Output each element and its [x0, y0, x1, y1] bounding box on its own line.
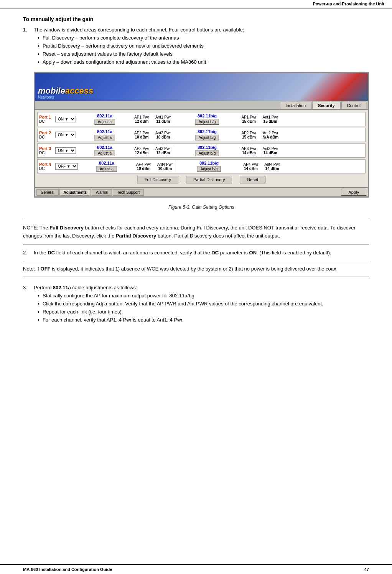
page-header: Power-up and Provisioning the Unit	[0, 0, 392, 8]
port-1-dc: DC	[39, 119, 54, 124]
port-4-label: Port 4	[39, 162, 54, 167]
bullet-item-1: Full Discovery – performs complete disco…	[38, 35, 369, 41]
step-3-content: Perform 802.11a cable adjustments as fol…	[34, 285, 369, 325]
step2-on: ON	[249, 250, 257, 256]
port-row-4: Port 4 DC OFF ▼ 802.11a Adjust a	[37, 159, 366, 173]
port-3-ant-pwr-bg: Ant3 Pwr 14 dBm	[262, 147, 278, 155]
bullet-3-text: Reset – sets adjustment values to the fa…	[43, 51, 173, 57]
divider-4	[176, 161, 176, 172]
port-1-11a-section: 802.11a Adjust a	[80, 114, 130, 125]
port-1-ap-pwr: AP1 Pwr 12 dBm	[134, 115, 149, 124]
bullet-list: Full Discovery – performs complete disco…	[34, 35, 369, 65]
step3-bullet-1: Statically configure the AP for maximum …	[38, 293, 369, 299]
bullet-4-text: Apply – downloads configuration and adju…	[43, 59, 206, 65]
port-3-dc: DC	[39, 151, 54, 155]
port-2-adjust-bg[interactable]: Adjust b/g	[195, 135, 219, 140]
port-1-ant-pwr: Ant1 Pwr 11 dBm	[155, 115, 171, 124]
logo: mobileaccess Networks	[38, 86, 93, 99]
port-2-bg-section: 802.11b/g Adjust b/g	[177, 129, 237, 140]
port-3-pwr-section-bg: AP3 Pwr 14 dBm Ant3 Pwr 14 dBm	[241, 147, 278, 155]
ui-banner: mobileaccess Networks	[35, 73, 368, 101]
bullet-item-4: Apply – downloads configuration and adju…	[38, 59, 369, 65]
footer-tab-alarms[interactable]: Alarms	[92, 189, 112, 196]
divider-1	[174, 114, 174, 125]
footer-left: MA-860 Installation and Configuration Gu…	[23, 567, 112, 572]
apply-button[interactable]: Apply	[341, 189, 366, 196]
port-4-adjust-a[interactable]: Adjust a	[96, 166, 117, 172]
full-discovery-button[interactable]: Full Discovery	[137, 176, 178, 183]
port-3-11a-section: 802.11a Adjust a	[80, 145, 130, 156]
port-4-pwr-section-bg: AP4 Pwr 14 dBm Ant4 Pwr 14 dBm	[243, 162, 280, 171]
bullet-2-text: Partial Discovery – performs discovery o…	[43, 43, 204, 49]
step-3-bullets: Statically configure the AP for maximum …	[34, 293, 369, 323]
port-1-proto-a: 802.11a	[97, 114, 112, 118]
divider-3	[174, 145, 174, 156]
port-2-ap-pwr-bg: AP2 Pwr 15 dBm	[241, 131, 256, 139]
step-3-num: 3.	[23, 285, 34, 325]
divider-2	[174, 129, 174, 140]
step3-bullet-2: Click the corresponding Adj a button. Ve…	[38, 301, 369, 307]
port-1-pwr-section-a: AP1 Pwr 12 dBm Ant1 Pwr 11 dBm	[134, 115, 171, 124]
port-1-ant-pwr-bg: Ant1 Pwr 15 dBm	[262, 115, 278, 124]
figure-caption: Figure 5-3. Gain Setting Options	[34, 205, 369, 210]
port-row-3: Port 3 DC ON ▼ 802.11a Adjust a	[37, 144, 366, 158]
port-2-state[interactable]: ON ▼	[55, 132, 76, 138]
port-4-proto-a: 802.11a	[99, 161, 114, 165]
partial-discovery-button[interactable]: Partial Discovery	[186, 176, 232, 183]
footer-tab-general[interactable]: General	[36, 189, 59, 196]
port-2-ant-pwr-bg: Ant2 Pwr N/A dBm	[262, 131, 278, 139]
port-3-bg-section: 802.11b/g Adjust b/g	[177, 145, 237, 156]
port-3-pwr-section-a: AP3 Pwr 12 dBm Ant3 Pwr 12 dBm	[134, 147, 171, 155]
port-2-11a-section: 802.11a Adjust a	[80, 129, 130, 140]
footer-tab-adjustments[interactable]: Adjustments	[59, 189, 91, 196]
step-1-num: 1.	[23, 27, 34, 214]
port-1-adjust-bg[interactable]: Adjust b/g	[195, 119, 219, 125]
tab-installation[interactable]: Installation	[280, 102, 312, 109]
step3-proto: 802.11a	[53, 285, 71, 290]
port-3-adjust-bg[interactable]: Adjust b/g	[195, 150, 219, 156]
header-title: Power-up and Provisioning the Unit	[313, 2, 384, 6]
figure-container: mobileaccess Networks Installation Secur…	[34, 72, 369, 198]
port-3-ap-pwr-bg: AP3 Pwr 14 dBm	[241, 147, 256, 155]
port-3-adjust-a[interactable]: Adjust a	[94, 150, 115, 156]
port-4-dc: DC	[39, 167, 54, 171]
reset-button[interactable]: Reset	[240, 176, 265, 183]
port-row-2: Port 2 DC ON ▼ 802.11a Adjust a	[37, 128, 366, 142]
port-3-ant-pwr: Ant3 Pwr 12 dBm	[155, 147, 171, 155]
step2-dc2: DC	[211, 250, 219, 256]
port-3-ap-pwr: AP3 Pwr 12 dBm	[134, 147, 149, 155]
ui-main-panel: Port 1 DC ON ▼ 802.11a Adjust a	[35, 110, 368, 187]
port-3-proto-a: 802.11a	[97, 145, 112, 150]
port-1-state[interactable]: ON ▼	[55, 116, 76, 122]
step-1: 1. The window is divided areas correspon…	[23, 27, 369, 214]
port-2-ap-pwr: AP2 Pwr 10 dBm	[134, 131, 149, 139]
footer-tab-tech-support[interactable]: Tech Support	[113, 189, 144, 196]
port-4-ap-pwr-bg: AP4 Pwr 14 dBm	[243, 162, 258, 171]
step3-bullet-3: Repeat for each link (i.e. four times).	[38, 309, 369, 315]
port-4-bg-section: 802.11b/g Adjust b/g	[179, 161, 239, 172]
step-1-text: The window is divided areas correspondin…	[34, 27, 244, 33]
step3-bullet-4: For each channel, verify that AP1..4 Pwr…	[38, 317, 369, 323]
section-title: To manually adjust the gain	[23, 16, 369, 22]
port-4-adjust-bg[interactable]: Adjust b/g	[197, 166, 221, 172]
discovery-buttons: Full Discovery Partial Discovery Reset	[37, 176, 366, 183]
port-row-1: Port 1 DC ON ▼ 802.11a Adjust a	[37, 112, 366, 126]
port-4-11a-section: 802.11a Adjust a	[82, 161, 132, 172]
port-4-ap-pwr: AP4 Pwr 10 dBm	[136, 162, 151, 171]
port-1-ap-pwr-bg: AP1 Pwr 15 dBm	[241, 115, 256, 124]
port-2-adjust-a[interactable]: Adjust a	[94, 135, 115, 140]
port-4-state[interactable]: OFF ▼	[55, 163, 78, 170]
step-2: 2. In the DC field of each channel to wh…	[23, 250, 369, 256]
port-3-state[interactable]: ON ▼	[55, 147, 76, 154]
port-1-pwr-section-bg: AP1 Pwr 15 dBm Ant1 Pwr 15 dBm	[241, 115, 278, 124]
bold-off: OFF	[41, 266, 51, 272]
logo-networks: Networks	[38, 95, 54, 99]
bullet-1-text: Full Discovery – performs complete disco…	[43, 35, 179, 41]
tab-control[interactable]: Control	[341, 102, 366, 109]
tab-security[interactable]: Security	[312, 102, 340, 109]
port-2-proto-bg: 802.11b/g	[198, 129, 217, 134]
port-3-label: Port 3	[39, 146, 54, 151]
ui-footer: General Adjustments Alarms Tech Support …	[35, 187, 368, 196]
port-3-proto-bg: 802.11b/g	[198, 145, 217, 150]
port-1-adjust-a[interactable]: Adjust a	[94, 119, 115, 125]
